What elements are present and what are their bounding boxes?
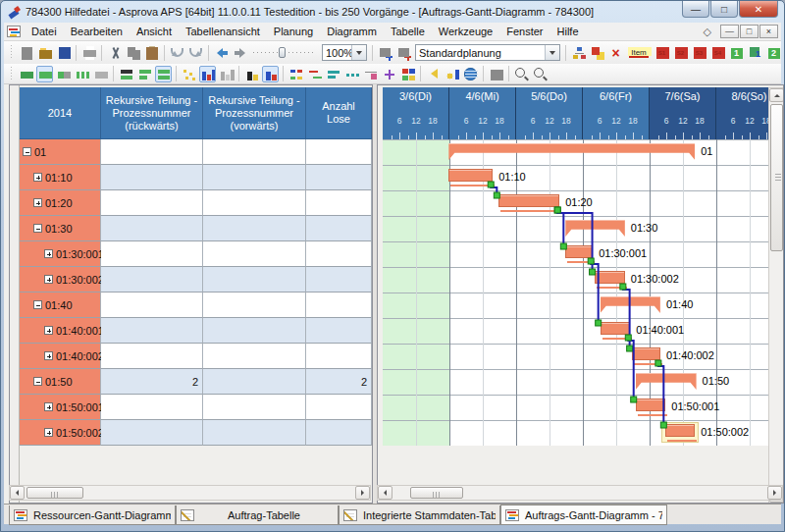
collapse-toggle-01:50[interactable]: [33, 377, 42, 386]
cell-vorwaerts-01:30[interactable]: [203, 216, 306, 241]
bar-style-dashed-icon[interactable]: [74, 66, 90, 82]
day-header-4/6(Mi)[interactable]: 4/6(Mi)61218: [449, 87, 516, 139]
menu-item-werkzeuge[interactable]: Werkzeuge: [432, 24, 499, 39]
link-node[interactable]: [560, 243, 566, 249]
collapse-toggle-01[interactable]: [23, 147, 31, 156]
cell-anzahl_lose-01:30[interactable]: [306, 216, 372, 241]
cell-vorwaerts-01:50:001[interactable]: [203, 395, 306, 420]
link-node[interactable]: [596, 320, 602, 326]
link-node[interactable]: [588, 258, 594, 264]
org-chart-icon[interactable]: [570, 44, 587, 61]
plan-select[interactable]: Standardplanung: [415, 44, 560, 61]
row-mode-2-icon[interactable]: [136, 66, 153, 82]
expand-toggle-01:50:002[interactable]: [44, 428, 53, 437]
gantt-timescale-header[interactable]: 3/6(Di)612184/6(Mi)612185/6(Do)612186/6(…: [383, 87, 771, 139]
schedule-phase-1-icon[interactable]: 1: [728, 44, 745, 61]
jump-prev-icon[interactable]: [425, 66, 442, 82]
zoom-slider-thumb[interactable]: [279, 47, 286, 58]
table-horizontal-scrollbar[interactable]: [9, 485, 371, 501]
view-tab-ressourcen-gantt-diagramm[interactable]: Ressourcen-Gantt-Diagramm: [9, 505, 176, 525]
assign-icon[interactable]: [589, 44, 605, 61]
table-scroll-left-button[interactable]: [10, 486, 25, 500]
cell-vorwaerts-01:40:002[interactable]: [203, 344, 306, 369]
cell-anzahl_lose-01:40:001[interactable]: [306, 318, 372, 344]
cell-rueckwaerts-01:50:002[interactable]: [101, 420, 203, 446]
row-mode-1-icon[interactable]: [118, 66, 134, 82]
cell-vorwaerts-01:40:001[interactable]: [203, 318, 306, 344]
minimize-button[interactable]: —: [682, 1, 709, 18]
tree-cell-01:30[interactable]: 01:30: [20, 216, 101, 241]
expand-toggle-01:30:001[interactable]: [44, 249, 53, 258]
tree-cell-01:20[interactable]: 01:20: [20, 190, 101, 216]
cell-rueckwaerts-01:40:001[interactable]: [101, 318, 203, 344]
link-node[interactable]: [631, 397, 637, 402]
row-mode-3-icon[interactable]: [155, 66, 172, 82]
item-table-icon[interactable]: Item: [626, 44, 652, 61]
cell-anzahl_lose-01:50[interactable]: 2: [306, 369, 372, 395]
new-document-icon[interactable]: [18, 44, 34, 61]
copy-icon[interactable]: [125, 44, 141, 61]
expand-toggle-01:20[interactable]: [33, 198, 42, 207]
display-dashes-icon[interactable]: [343, 66, 360, 82]
tree-cell-01:10[interactable]: 01:10: [20, 165, 101, 190]
expand-toggle-01:40:001[interactable]: [44, 326, 53, 335]
menu-item-diagramm[interactable]: Diagramm: [320, 24, 384, 39]
day-header-6/6(Fr)[interactable]: 6/6(Fr)61218: [583, 87, 650, 139]
tree-cell-01:40[interactable]: 01:40: [20, 293, 101, 318]
mdi-minimize-button[interactable]: —: [720, 25, 739, 38]
menu-item-datei[interactable]: Datei: [25, 24, 64, 39]
cell-rueckwaerts-01:10[interactable]: [101, 165, 203, 190]
tree-cell-01:50:002[interactable]: 01:50:002: [20, 420, 101, 446]
cell-anzahl_lose-01:20[interactable]: [306, 190, 372, 216]
view-tab-integrierte-stammdaten-tabelle[interactable]: Integrierte Stammdaten-Tabelle: [339, 505, 500, 525]
view-tab-auftrags-gantt-diagramm-784300[interactable]: Auftrags-Gantt-Diagramm - 784300: [500, 505, 667, 525]
menu-item-ansicht[interactable]: Ansicht: [130, 24, 179, 39]
display-grid-icon[interactable]: [399, 66, 416, 82]
bar-style-half-icon[interactable]: [55, 66, 72, 82]
cell-rueckwaerts-01:30:001[interactable]: [101, 241, 203, 267]
histogram-view-icon[interactable]: [199, 66, 216, 82]
gantt-scroll-right-button[interactable]: [767, 486, 782, 500]
scroll-up-button[interactable]: [769, 88, 784, 102]
cell-anzahl_lose-01:40:002[interactable]: [306, 344, 372, 369]
zoom-level-select[interactable]: 100%: [322, 44, 367, 61]
link-node[interactable]: [625, 335, 631, 341]
cell-rueckwaerts-01:40:002[interactable]: [101, 344, 203, 369]
cell-vorwaerts-01:50:002[interactable]: [203, 420, 306, 446]
mdi-restore-button[interactable]: □: [740, 25, 759, 38]
toolbar1-grip[interactable]: [9, 45, 14, 60]
vertical-scroll-thumb[interactable]: [770, 104, 783, 251]
s4-table-icon[interactable]: S4: [709, 44, 726, 61]
cell-rueckwaerts-01:50:001[interactable]: [101, 395, 203, 420]
column-header-1[interactable]: Rekursive Teilung - Prozessnummer (rückw…: [101, 87, 203, 139]
close-button[interactable]: ✕: [739, 1, 778, 18]
cell-vorwaerts-01:10[interactable]: [203, 165, 306, 190]
cell-anzahl_lose-01:50:002[interactable]: [306, 420, 372, 446]
cell-vorwaerts-01:30:002[interactable]: [203, 267, 306, 293]
delete-x-icon[interactable]: ×: [607, 44, 624, 61]
zoom-level-select-dropdown-button[interactable]: [351, 45, 366, 60]
zoom-slider[interactable]: [253, 45, 316, 60]
cell-anzahl_lose-01:30:001[interactable]: [306, 241, 372, 267]
menu-item-bearbeiten[interactable]: Bearbeiten: [64, 24, 130, 39]
display-split-icon[interactable]: [288, 66, 304, 82]
gantt-chart-body[interactable]: 0101:1001:2001:3001:30:00101:30:00201:40…: [383, 139, 771, 446]
histogram-view-gray-icon[interactable]: [218, 66, 235, 82]
bar-style-outline-icon[interactable]: [18, 66, 34, 82]
load-view-1-icon[interactable]: [243, 66, 260, 82]
day-header-8/6(So)[interactable]: 8/6(So)61218: [716, 87, 771, 139]
properties-window-icon[interactable]: [488, 66, 504, 82]
cell-vorwaerts-01:20[interactable]: [203, 190, 306, 216]
column-header-2[interactable]: Rekursive Teilung - Prozessnummer (vorwä…: [203, 87, 306, 139]
title-bar[interactable]: 784300 Hilfedatei - Asprova APS [64bit] …: [1, 1, 784, 23]
day-header-5/6(Do)[interactable]: 5/6(Do)61218: [516, 87, 583, 139]
cell-rueckwaerts-01:40[interactable]: [101, 293, 203, 318]
tree-cell-01:50:001[interactable]: 01:50:001: [20, 395, 101, 420]
collapse-toggle-01:40[interactable]: [33, 300, 42, 309]
s1-table-icon[interactable]: S1: [654, 44, 670, 61]
menu-item-tabelle[interactable]: Tabelle: [384, 24, 432, 39]
menu-item-planung[interactable]: Planung: [267, 24, 320, 39]
link-node[interactable]: [660, 422, 666, 428]
tree-cell-01:30:002[interactable]: 01:30:002: [20, 267, 101, 293]
mdi-close-button[interactable]: ×: [759, 25, 778, 38]
